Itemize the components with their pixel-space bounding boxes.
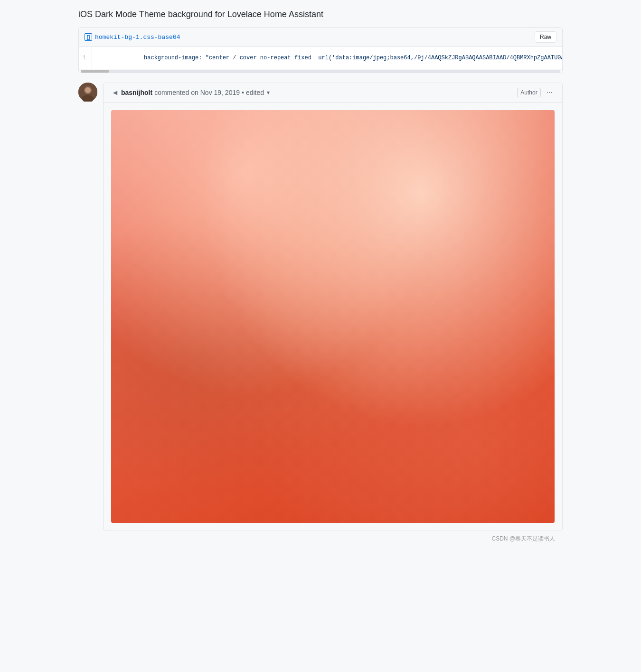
file-header: [] homekit-bg-1.css-base64 Raw: [79, 28, 562, 47]
avatar-svg: [78, 83, 97, 102]
avatar-col: [78, 83, 97, 102]
edited-label: edited: [246, 89, 264, 96]
comment-body: [104, 103, 562, 531]
file-name-wrapper: [] homekit-bg-1.css-base64: [85, 33, 180, 41]
code-row: 1 background-image: "center / cover no-r…: [79, 47, 562, 69]
avatar: [78, 83, 97, 102]
file-block: [] homekit-bg-1.css-base64 Raw 1 backgro…: [78, 27, 563, 73]
watermark: CSDN @春天不是读书人: [78, 531, 563, 547]
file-name[interactable]: homekit-bg-1.css-base64: [95, 34, 180, 41]
comment-meta-right: Author ···: [517, 88, 555, 97]
code-content: background-image: "center / cover no-rep…: [144, 55, 562, 61]
comment-meta-left: ◀ basnijholt commented on Nov 19, 2019 •…: [111, 89, 271, 96]
gradient-image: [111, 110, 555, 523]
scrollbar-track: [81, 70, 560, 73]
comment-box: ◀ basnijholt commented on Nov 19, 2019 •…: [103, 83, 563, 531]
comment-meta: ◀ basnijholt commented on Nov 19, 2019 •…: [104, 83, 562, 103]
page-title: iOS Dark Mode Theme background for Lovel…: [78, 9, 563, 19]
collapse-button[interactable]: ◀: [111, 89, 119, 96]
comment-author[interactable]: basnijholt: [121, 89, 152, 96]
svg-point-3: [85, 87, 91, 93]
more-options-button[interactable]: ···: [545, 88, 555, 97]
comment-dot: •: [242, 89, 244, 96]
author-badge: Author: [517, 88, 540, 97]
line-number: 1: [79, 47, 92, 69]
file-icon-label: []: [87, 35, 90, 40]
code-line: background-image: "center / cover no-rep…: [92, 47, 562, 69]
scrollbar-area[interactable]: [79, 69, 562, 73]
code-block: 1 background-image: "center / cover no-r…: [79, 47, 562, 69]
comment-date: Nov 19, 2019: [200, 89, 240, 96]
comment-outer: ◀ basnijholt commented on Nov 19, 2019 •…: [78, 83, 563, 531]
raw-button[interactable]: Raw: [535, 31, 556, 43]
file-icon: []: [85, 33, 92, 41]
code-table: 1 background-image: "center / cover no-r…: [79, 47, 562, 69]
scrollbar-thumb: [81, 70, 109, 73]
edited-dropdown[interactable]: ▾: [266, 89, 271, 96]
comment-action: commented on: [154, 89, 198, 96]
